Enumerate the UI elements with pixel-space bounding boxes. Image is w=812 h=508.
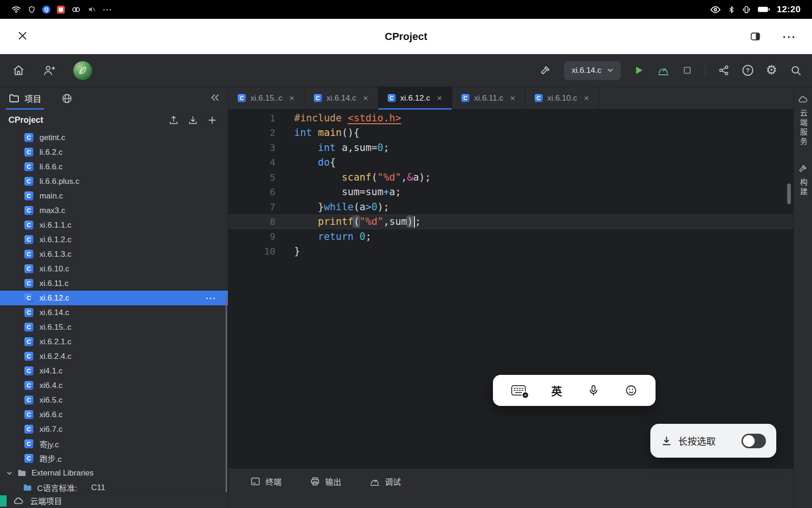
upload-button[interactable] (168, 115, 179, 126)
c-file-icon: C (24, 264, 33, 273)
run-target-select[interactable]: xi.6.14.c (564, 61, 620, 80)
language-toggle-button[interactable]: 英 (551, 382, 562, 398)
cloud-project-bar[interactable]: 云端项目 (0, 493, 228, 508)
file-name: xi.6.1.2.c (39, 235, 71, 245)
hammer-icon (539, 64, 551, 76)
c-file-icon: C (24, 294, 33, 302)
code-text[interactable]: #include <stdio.h> (275, 112, 401, 124)
line-number: 10 (228, 246, 275, 257)
code-text[interactable]: do{ (275, 157, 336, 168)
tool-window-terminal[interactable]: 终端 (236, 476, 296, 487)
file-tree-item[interactable]: Cxi4.1.c (0, 364, 228, 378)
voice-input-button[interactable] (587, 384, 600, 397)
build-project-button[interactable] (539, 64, 551, 76)
code-text[interactable]: return 0; (275, 231, 371, 242)
file-tree-item[interactable]: Cli.6.6.plus.c (0, 174, 228, 189)
editor-tab[interactable]: Cxi.6.10.c✕ (525, 87, 599, 109)
external-libraries-row[interactable]: External Libraries (0, 466, 228, 480)
c-file-icon: C (24, 323, 33, 332)
file-tree-item[interactable]: Cmain.c (0, 189, 228, 203)
code-line: 8 printf("%d",sum); (228, 214, 793, 230)
file-tree-item[interactable]: Cli.6.6.c (0, 159, 228, 174)
file-tree-item[interactable]: Cxi.6.1.2.c (0, 232, 228, 247)
share-button[interactable] (718, 64, 730, 76)
file-tree-item[interactable]: Cxi.6.12.c⋯ (0, 291, 228, 305)
debug-run-button[interactable] (657, 64, 670, 77)
file-tree-item[interactable]: Cxi.6.2.4.c (0, 349, 228, 364)
file-tree-item[interactable]: Cmax3.c (0, 203, 228, 218)
code-text[interactable]: scanf("%d",&a); (275, 172, 431, 183)
tool-window-debug[interactable]: 调试 (355, 476, 415, 487)
file-name: xi.6.14.c (39, 308, 69, 318)
code-text[interactable]: sum=sum+a; (275, 186, 401, 198)
split-screen-button[interactable] (750, 31, 761, 42)
cloud-project-label: 云端项目 (30, 495, 62, 507)
code-text[interactable]: int a,sum=0; (275, 142, 389, 153)
file-tree-item[interactable]: C寄jy.c (0, 437, 228, 451)
keyboard-button[interactable]: ≡ (511, 385, 526, 397)
close-tab-icon[interactable]: ✕ (510, 95, 515, 102)
eye-icon (710, 4, 721, 15)
sidebar-tab-globe[interactable] (61, 87, 73, 110)
tool-window-output[interactable]: 输出 (296, 476, 355, 487)
code-line: 5 scanf("%d",&a); (228, 170, 793, 185)
c-file-icon: C (24, 191, 33, 200)
c-file-icon: C (461, 94, 469, 102)
close-tab-icon[interactable]: ✕ (289, 95, 295, 102)
long-press-select-toggle[interactable] (742, 434, 766, 448)
strip-tab-cloud-service[interactable]: 云端服务 (797, 95, 809, 147)
search-button[interactable] (790, 64, 802, 76)
code-text[interactable]: printf("%d",sum); (275, 216, 421, 228)
external-libraries-label: External Libraries (31, 468, 94, 478)
line-number: 2 (228, 127, 275, 138)
project-header: CProject (0, 110, 228, 130)
file-name: getint.c (39, 133, 65, 143)
file-tree-item[interactable]: Cxi.6.15..c (0, 320, 228, 334)
editor-scrollbar[interactable] (787, 183, 791, 204)
file-tree-item[interactable]: Cxi.6.10.c (0, 262, 228, 276)
file-tree-item[interactable]: Cxi.6.2.1.c (0, 334, 228, 349)
file-tree-item[interactable]: Cxi.6.14.c (0, 305, 228, 320)
line-number: 7 (228, 201, 275, 213)
close-tab-icon[interactable]: ✕ (584, 95, 589, 102)
code-text[interactable]: } (275, 246, 300, 257)
download-icon (187, 115, 198, 126)
sidebar-scrollbar[interactable] (226, 295, 227, 492)
invite-user-button[interactable] (43, 64, 55, 77)
emoji-button[interactable] (625, 384, 637, 397)
file-tree-item[interactable]: Cxi.6.11.c (0, 276, 228, 291)
file-tree-item[interactable]: Cxi6.7.c (0, 422, 228, 437)
add-file-button[interactable] (207, 115, 218, 126)
home-button[interactable] (12, 64, 25, 77)
code-line: 1#include <stdio.h> (228, 111, 793, 126)
collapse-sidebar-button[interactable] (210, 92, 220, 105)
help-button[interactable]: ? (742, 65, 753, 76)
sidebar-tab-project[interactable]: 项目 (8, 87, 41, 110)
editor-tab[interactable]: Cxi.6.15..c✕ (228, 87, 304, 109)
debug-icon (657, 64, 670, 77)
editor-tab[interactable]: Cxi.6.12.c✕ (378, 87, 452, 109)
strip-tab-build[interactable]: 构建 (797, 164, 809, 197)
file-tree-item[interactable]: Cxi6.6.c (0, 407, 228, 422)
code-editor[interactable]: 1#include <stdio.h>2int main(){3 int a,s… (228, 110, 793, 469)
code-text[interactable]: int main(){ (275, 127, 359, 138)
c-file-icon: C (24, 206, 33, 215)
file-tree-item[interactable]: Cxi6.5.c (0, 393, 228, 407)
close-tab-icon[interactable]: ✕ (363, 95, 368, 102)
file-tree-item[interactable]: Cli.6.2.c (0, 145, 228, 159)
download-button[interactable] (187, 115, 198, 126)
file-tree-item[interactable]: Cgetint.c (0, 130, 228, 145)
code-text[interactable]: }while(a>0); (275, 201, 389, 213)
c-file-icon: C (24, 133, 33, 142)
editor-tab[interactable]: Cxi.6.11.c✕ (452, 87, 525, 109)
settings-gear-icon[interactable]: ⚙ (766, 64, 777, 77)
file-tree-item[interactable]: Cxi.6.1.1.c (0, 218, 228, 232)
user-avatar[interactable] (73, 61, 92, 80)
close-tab-icon[interactable]: ✕ (437, 95, 442, 102)
file-tree-item[interactable]: Cxi.6.1.3.c (0, 247, 228, 262)
file-tree-item[interactable]: Cxi6.4.c (0, 378, 228, 393)
editor-tab[interactable]: Cxi.6.14.c✕ (304, 87, 378, 109)
stop-button[interactable] (682, 65, 692, 75)
file-tree-item[interactable]: C跑步.c (0, 451, 228, 466)
run-button[interactable] (633, 65, 644, 76)
